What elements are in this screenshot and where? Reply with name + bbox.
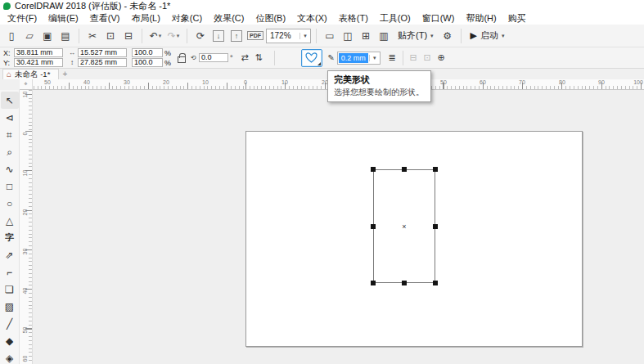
menu-item-tools[interactable]: 工具(O) — [374, 12, 417, 25]
chevron-down-icon[interactable]: ▾ — [159, 33, 162, 39]
tool-connector[interactable]: ⌐ — [1, 263, 19, 281]
tool-pick[interactable]: ↖ — [1, 92, 19, 109]
scale-horizontal-field[interactable]: 100.0 — [132, 48, 163, 57]
show-rulers-button[interactable]: ◫ — [340, 28, 356, 44]
selection-handle-bottom-left[interactable] — [371, 281, 376, 285]
menu-item-window[interactable]: 窗口(W) — [417, 12, 461, 25]
tool-drop-shadow[interactable]: ❏ — [1, 281, 19, 298]
scale-vertical-field[interactable]: 100.0 — [132, 58, 163, 67]
redo-button[interactable]: ↷▾ — [165, 28, 182, 44]
menu-item-text[interactable]: 文本(X) — [291, 12, 333, 25]
x-position-field[interactable]: 38.811 mm — [14, 48, 63, 57]
zoom-level-combobox[interactable]: 172% ▾ — [266, 29, 311, 43]
document-tab-active[interactable]: ⌂ 未命名 -1* — [2, 69, 59, 79]
save-button[interactable]: ▣ — [39, 28, 56, 44]
tool-freehand[interactable]: ∿ — [1, 160, 19, 178]
tool-zoom[interactable]: ⌕ — [1, 143, 19, 160]
add-preset-button[interactable]: ⊕ — [435, 51, 448, 65]
ruler-number: 30 — [124, 79, 130, 85]
y-position-field[interactable]: 30.421 mm — [14, 58, 63, 67]
menu-item-file[interactable]: 文件(F) — [2, 12, 43, 25]
vertical-ruler[interactable]: 10 0 10 20 30 40 50 60 — [20, 90, 33, 364]
print-icon: ▤ — [61, 30, 70, 42]
show-guidelines-button[interactable]: ▥ — [376, 28, 392, 44]
tool-interactive-fill[interactable]: ◆ — [1, 332, 19, 349]
drawing-canvas[interactable]: × — [33, 90, 644, 364]
tool-dimension[interactable]: ⇗ — [1, 246, 19, 263]
new-document-button[interactable]: ▯ — [3, 28, 20, 44]
object-height-field[interactable]: 27.825 mm — [78, 58, 127, 67]
open-button[interactable]: ▱ — [21, 28, 38, 44]
mirror-horizontal-icon: ⇄ — [241, 52, 249, 63]
menu-item-view[interactable]: 查看(V) — [84, 12, 126, 25]
print-button[interactable]: ▤ — [57, 28, 74, 44]
search-content-button[interactable]: ⟳ — [192, 28, 209, 44]
interactive-fill-tool-icon: ◆ — [6, 335, 13, 347]
show-grid-button[interactable]: ⊞ — [358, 28, 374, 44]
wrap-text-button[interactable]: ≣ — [385, 51, 399, 65]
object-width-field[interactable]: 15.527 mm — [78, 48, 127, 57]
tool-ellipse[interactable]: ○ — [1, 195, 19, 212]
menu-item-buy[interactable]: 购买 — [502, 12, 532, 25]
selection-handle-middle-right[interactable] — [433, 224, 438, 229]
selection-handle-bottom-middle[interactable] — [402, 281, 407, 285]
menu-item-effects[interactable]: 效果(C) — [208, 12, 250, 25]
menu-item-bitmaps[interactable]: 位图(B) — [250, 12, 291, 25]
import-button[interactable]: ↓ — [210, 28, 227, 44]
cut-button[interactable]: ✂ — [84, 28, 101, 44]
outline-width-combobox[interactable]: 0.2 mm ▾ — [337, 52, 381, 65]
tool-rectangle[interactable]: □ — [1, 178, 19, 195]
launch-button[interactable]: ▶ 启动 ▾ — [466, 28, 509, 44]
menu-item-edit[interactable]: 编辑(E) — [43, 12, 84, 25]
new-document-tab-button[interactable]: + — [59, 69, 70, 79]
chevron-down-icon[interactable]: ▾ — [299, 33, 310, 39]
to-front-button[interactable]: ⊡ — [421, 51, 435, 65]
lock-ratio-icon[interactable] — [178, 56, 186, 63]
ruler-number: 100 — [633, 79, 643, 85]
chevron-down-icon[interactable]: ▾ — [369, 55, 380, 61]
undo-button[interactable]: ↶▾ — [147, 28, 164, 44]
copy-button[interactable]: ⊡ — [102, 28, 119, 44]
selection-handle-top-right[interactable] — [433, 167, 438, 172]
selected-rectangle-object[interactable]: × — [373, 169, 435, 283]
rotation-angle-field[interactable]: 0.0 — [199, 53, 228, 62]
to-back-button[interactable]: ⊟ — [407, 51, 421, 65]
tool-transparency[interactable]: ▨ — [1, 298, 19, 315]
chevron-down-icon: ▾ — [502, 33, 505, 39]
selection-handle-bottom-right[interactable] — [433, 281, 438, 285]
document-tab-label: 未命名 -1* — [15, 70, 50, 80]
tool-smart-fill[interactable]: ◈ — [1, 349, 19, 364]
menu-item-table[interactable]: 表格(T) — [333, 12, 374, 25]
snap-to-button[interactable]: 贴齐(T) ▾ — [394, 28, 438, 44]
mirror-vertical-button[interactable]: ⇅ — [252, 51, 266, 65]
menu-item-help[interactable]: 帮助(H) — [460, 12, 502, 25]
menu-item-layout[interactable]: 布局(L) — [125, 12, 165, 25]
crop-tool-icon: ⌗ — [7, 129, 12, 141]
tool-crop[interactable]: ⌗ — [1, 126, 19, 143]
paste-button[interactable]: ⊟ — [120, 28, 137, 44]
perfect-shapes-button[interactable] — [301, 49, 322, 67]
new-document-icon: ▯ — [9, 30, 15, 42]
ruler-origin[interactable]: ⌖ — [20, 79, 33, 90]
menu-item-object[interactable]: 对象(C) — [166, 12, 208, 25]
selection-handle-top-left[interactable] — [371, 167, 376, 172]
ruler-number: 20 — [163, 79, 169, 85]
toolbar-separator — [274, 51, 275, 65]
to-back-icon: ⊟ — [410, 52, 417, 63]
publish-pdf-button[interactable]: PDF — [246, 28, 264, 44]
height-icon: ↕ — [68, 59, 76, 66]
tool-eyedropper[interactable]: ╱ — [1, 315, 19, 332]
options-button[interactable]: ⚙ — [439, 28, 456, 44]
outline-pen-icon: ✎ — [327, 53, 336, 62]
tool-text[interactable]: 字 — [1, 229, 19, 246]
export-button[interactable]: ↑ — [228, 28, 245, 44]
tool-polygon[interactable]: △ — [1, 212, 19, 229]
chevron-down-icon[interactable]: ▾ — [177, 33, 180, 39]
ruler-origin-icon: ⌖ — [24, 80, 28, 88]
zoom-tool-icon: ⌕ — [7, 146, 12, 158]
selection-handle-top-middle[interactable] — [402, 167, 407, 172]
selection-handle-middle-left[interactable] — [371, 224, 376, 229]
fullscreen-preview-button[interactable]: ▭ — [322, 28, 338, 44]
tool-shape[interactable]: ⊲ — [1, 109, 19, 126]
mirror-horizontal-button[interactable]: ⇄ — [238, 51, 252, 65]
